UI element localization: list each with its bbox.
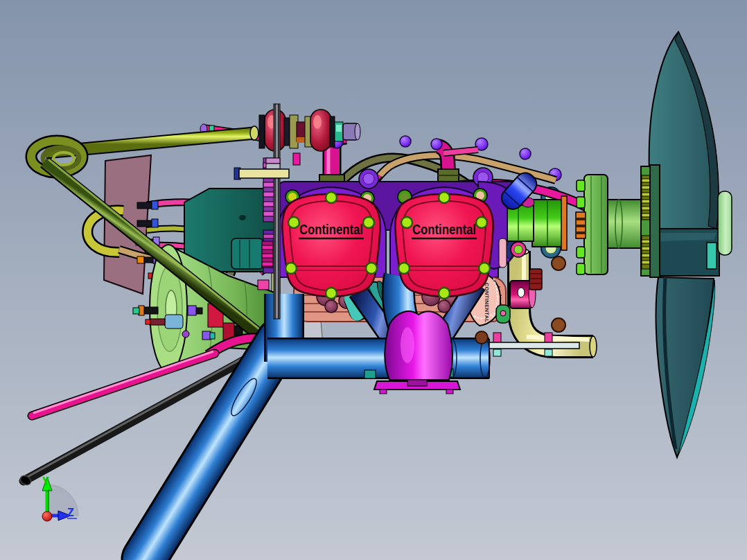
axis-y-label: Y	[42, 475, 49, 488]
plug-brown	[552, 256, 565, 270]
hose-clamp	[293, 153, 300, 165]
plug-maroon	[438, 300, 450, 313]
intake-brand-text: CONTINENTAL	[484, 283, 490, 323]
pitch-nut	[707, 243, 717, 269]
plug-maroon	[325, 300, 337, 313]
axis-z-label: Z	[67, 506, 74, 519]
valve-cover-left: Continental	[282, 192, 380, 299]
cad-viewport[interactable]: CONTINENTAL	[0, 0, 747, 560]
spinner-backplate	[650, 165, 660, 277]
valve-cover-brand-text: Continental	[299, 222, 363, 237]
valve-cover-brand-text: Continental	[412, 222, 476, 237]
bolt-ring-pink	[511, 242, 526, 257]
pitch-cylinder	[718, 191, 732, 255]
plug-brown	[552, 318, 565, 332]
primer-rod	[234, 168, 289, 180]
axis-origin	[42, 511, 52, 521]
valve-cover-right: Continental	[395, 192, 493, 299]
shim-disc-orange	[561, 196, 567, 250]
exhaust-crosspipe	[267, 339, 490, 378]
plug-brown-ring	[475, 331, 488, 344]
